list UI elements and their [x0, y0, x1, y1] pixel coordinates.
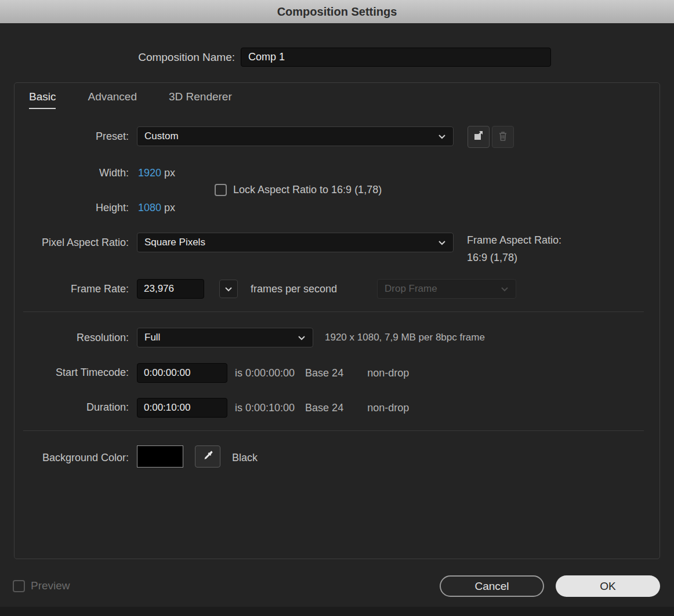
tab-content-panel	[14, 82, 660, 559]
ok-button[interactable]: OK	[556, 575, 660, 597]
width-label: Width:	[14, 163, 129, 183]
height-label: Height:	[14, 198, 129, 218]
start-timecode-label: Start Timecode:	[14, 363, 129, 382]
tab-3d-renderer[interactable]: 3D Renderer	[169, 90, 232, 109]
composition-name-label: Composition Name:	[70, 48, 235, 67]
composition-name-input[interactable]	[241, 48, 551, 67]
chevron-down-icon	[438, 240, 446, 245]
preset-label: Preset:	[14, 126, 129, 146]
dialog-titlebar[interactable]: Composition Settings	[0, 0, 674, 23]
chevron-down-icon	[438, 134, 446, 139]
drop-frame-dropdown[interactable]: Drop Frame	[377, 279, 516, 299]
lock-aspect-checkbox-row: Lock Aspect Ratio to 16:9 (1,78)	[215, 184, 382, 196]
eyedropper-icon	[202, 450, 213, 463]
duration-label: Duration:	[14, 397, 129, 417]
preview-checkbox-row: Preview	[13, 579, 70, 592]
resolution-label: Resolution:	[14, 328, 129, 347]
save-preset-button[interactable]	[468, 126, 490, 148]
cancel-button[interactable]: Cancel	[440, 575, 544, 597]
dialog-title: Composition Settings	[277, 5, 397, 19]
width-value[interactable]: 1920	[138, 167, 161, 179]
start-timecode-base: Base 24	[305, 367, 343, 379]
trash-icon	[498, 131, 508, 144]
tab-advanced[interactable]: Advanced	[88, 90, 137, 109]
background-color-label: Background Color:	[14, 447, 129, 469]
drop-frame-value: Drop Frame	[385, 283, 437, 295]
delete-preset-button[interactable]	[492, 126, 514, 148]
frame-aspect-ratio-label: Frame Aspect Ratio:	[467, 231, 561, 249]
frame-rate-dropdown-button[interactable]	[219, 280, 238, 298]
frame-rate-input[interactable]	[137, 279, 204, 299]
frames-per-second-label: frames per second	[251, 279, 337, 299]
preview-label: Preview	[31, 579, 70, 592]
composition-settings-dialog: Composition Settings Composition Name: B…	[0, 0, 674, 616]
frame-rate-label: Frame Rate:	[14, 279, 129, 299]
eyedropper-button[interactable]	[195, 445, 220, 468]
start-timecode-input[interactable]	[137, 363, 227, 383]
background-color-swatch[interactable]	[137, 445, 183, 468]
duration-info: is 0:00:10:00 Base 24 non-drop	[235, 398, 409, 418]
height-unit: px	[164, 202, 175, 213]
preset-value: Custom	[144, 131, 179, 142]
duration-is: is 0:00:10:00	[235, 402, 295, 414]
tab-bar: Basic Advanced 3D Renderer	[29, 90, 232, 109]
pixel-aspect-label: Pixel Aspect Ratio:	[14, 233, 129, 252]
start-timecode-is: is 0:00:00:00	[235, 367, 295, 379]
chevron-down-icon	[224, 284, 233, 294]
background-color-name: Black	[232, 447, 258, 469]
pixel-aspect-dropdown[interactable]: Square Pixels	[137, 233, 454, 252]
window-bottom-edge	[0, 607, 674, 616]
resolution-info: 1920 x 1080, 7,9 MB per 8bpc frame	[325, 328, 485, 347]
duration-drop: non-drop	[367, 402, 409, 414]
lock-aspect-checkbox[interactable]	[215, 184, 227, 196]
divider	[23, 311, 644, 312]
resolution-value: Full	[144, 332, 160, 343]
width-unit: px	[164, 167, 175, 179]
chevron-down-icon	[501, 287, 509, 292]
resolution-dropdown[interactable]: Full	[137, 328, 313, 347]
frame-aspect-ratio-value: 16:9 (1,78)	[467, 249, 517, 266]
tab-basic[interactable]: Basic	[29, 90, 56, 109]
duration-input[interactable]	[137, 398, 227, 418]
preview-checkbox[interactable]	[13, 580, 25, 592]
lock-aspect-label: Lock Aspect Ratio to 16:9 (1,78)	[233, 184, 382, 196]
duration-base: Base 24	[305, 402, 343, 414]
chevron-down-icon	[298, 335, 306, 340]
start-timecode-drop: non-drop	[367, 367, 409, 379]
preset-dropdown[interactable]: Custom	[137, 126, 454, 146]
height-value[interactable]: 1080	[138, 202, 161, 213]
divider	[23, 430, 644, 431]
save-preset-icon	[473, 130, 484, 144]
start-timecode-info: is 0:00:00:00 Base 24 non-drop	[235, 363, 409, 383]
pixel-aspect-value: Square Pixels	[144, 237, 205, 248]
